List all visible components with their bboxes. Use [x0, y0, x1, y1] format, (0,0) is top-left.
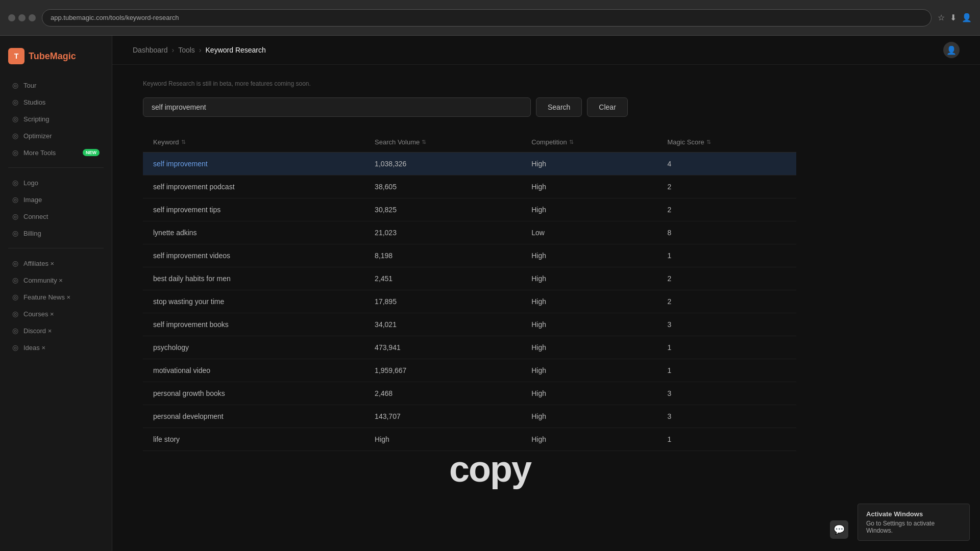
- cell-competition: High: [521, 313, 657, 336]
- courses-icon: ◎: [12, 310, 18, 318]
- table-row[interactable]: motivational video1,959,667High1: [143, 359, 796, 382]
- cell-score: 2: [657, 198, 796, 221]
- table-row[interactable]: self improvement podcast38,605High2: [143, 176, 796, 198]
- url-text: app.tubemagic.com/tools/keyword-research: [51, 14, 179, 21]
- sidebar-item-discord[interactable]: ◎ Discord ×: [4, 322, 108, 339]
- sidebar-label-studios: Studios: [23, 98, 45, 106]
- cell-competition: High: [521, 198, 657, 221]
- clear-button[interactable]: Clear: [587, 97, 627, 117]
- cell-keyword: self improvement: [143, 153, 364, 176]
- table-row[interactable]: personal growth books2,468High3: [143, 382, 796, 405]
- table-row[interactable]: self improvement videos8,198High1: [143, 244, 796, 267]
- browser-close-btn[interactable]: [8, 14, 15, 21]
- ideas-icon: ◎: [12, 343, 18, 352]
- sidebar-section-main: ◎ Tour ◎ Studios ◎ Scripting ◎ Optimizer…: [0, 74, 112, 163]
- table-row[interactable]: stop wasting your time17,895High2: [143, 290, 796, 313]
- sidebar-item-billing[interactable]: ◎ Billing: [4, 225, 108, 241]
- sidebar-divider-1: [8, 167, 104, 168]
- sidebar-item-feature-news[interactable]: ◎ Feature News ×: [4, 289, 108, 305]
- download-icon[interactable]: ⬇: [950, 13, 957, 22]
- search-button[interactable]: Search: [536, 97, 582, 117]
- table-row[interactable]: self improvement tips30,825High2: [143, 198, 796, 221]
- sidebar-item-ideas[interactable]: ◎ Ideas ×: [4, 339, 108, 356]
- logo-nav-icon: ◎: [12, 179, 18, 187]
- windows-notice-title: Activate Windows: [866, 510, 961, 518]
- user-icon[interactable]: 👤: [943, 42, 960, 58]
- sidebar-item-optimizer[interactable]: ◎ Optimizer: [4, 128, 108, 144]
- cell-volume: 1,959,667: [364, 359, 521, 382]
- sidebar-section-secondary: ◎ Logo ◎ Image ◎ Connect ◎ Billing: [0, 172, 112, 244]
- keyword-table: Keyword ⇅ Search Volume ⇅: [143, 132, 796, 451]
- sidebar-item-logo[interactable]: ◎ Logo: [4, 174, 108, 191]
- cell-keyword: motivational video: [143, 359, 364, 382]
- breadcrumb-tools[interactable]: Tools: [178, 46, 195, 54]
- sidebar-label-affiliates: Affiliates ×: [23, 260, 54, 267]
- table-row[interactable]: self improvement1,038,326High4: [143, 153, 796, 176]
- cell-keyword: lynette adkins: [143, 221, 364, 244]
- col-volume: Search Volume ⇅: [364, 132, 521, 153]
- cell-keyword: psychology: [143, 336, 364, 359]
- sidebar-item-community[interactable]: ◎ Community ×: [4, 272, 108, 288]
- browser-min-btn[interactable]: [18, 14, 26, 21]
- cell-keyword: personal growth books: [143, 382, 364, 405]
- sidebar-item-scripting[interactable]: ◎ Scripting: [4, 111, 108, 127]
- optimizer-icon: ◎: [12, 132, 18, 140]
- scripting-icon: ◎: [12, 115, 18, 123]
- cell-score: 2: [657, 290, 796, 313]
- volume-header-label: Search Volume: [375, 138, 420, 146]
- sidebar-item-courses[interactable]: ◎ Courses ×: [4, 306, 108, 322]
- feature-news-icon: ◎: [12, 293, 18, 301]
- col-keyword: Keyword ⇅: [143, 132, 364, 153]
- chat-bubble[interactable]: 💬: [830, 520, 848, 539]
- sidebar-item-studios[interactable]: ◎ Studios: [4, 94, 108, 110]
- breadcrumb-dashboard[interactable]: Dashboard: [133, 46, 168, 54]
- table-row[interactable]: best daily habits for men2,451High2: [143, 267, 796, 290]
- competition-sort-icon[interactable]: ⇅: [569, 139, 574, 145]
- cell-competition: Low: [521, 221, 657, 244]
- cell-volume: 17,895: [364, 290, 521, 313]
- cell-volume: 8,198: [364, 244, 521, 267]
- volume-sort-icon[interactable]: ⇅: [422, 139, 426, 145]
- search-input[interactable]: [143, 97, 531, 117]
- sidebar-item-connect[interactable]: ◎ Connect: [4, 208, 108, 224]
- col-score: Magic Score ⇅: [657, 132, 796, 153]
- table-row[interactable]: psychology473,941High1: [143, 336, 796, 359]
- billing-icon: ◎: [12, 229, 18, 237]
- browser-max-btn[interactable]: [29, 14, 36, 21]
- sidebar-label-discord: Discord ×: [23, 327, 52, 335]
- sidebar-label-feature-news: Feature News ×: [23, 293, 70, 301]
- profile-icon[interactable]: 👤: [962, 13, 972, 22]
- table-row[interactable]: lynette adkins21,023Low8: [143, 221, 796, 244]
- table-row[interactable]: life storyHighHigh1: [143, 428, 796, 451]
- keyword-sort-icon[interactable]: ⇅: [181, 139, 186, 145]
- beta-notice: Keyword Research is still in beta, more …: [143, 80, 796, 87]
- new-badge: NEW: [83, 149, 100, 156]
- cell-keyword: best daily habits for men: [143, 267, 364, 290]
- table-row[interactable]: personal development143,707High3: [143, 405, 796, 428]
- star-icon[interactable]: ☆: [938, 13, 945, 22]
- cell-competition: High: [521, 267, 657, 290]
- sidebar-label-courses: Courses ×: [23, 310, 54, 318]
- table-row[interactable]: self improvement books34,021High3: [143, 313, 796, 336]
- connect-icon: ◎: [12, 212, 18, 220]
- score-header-label: Magic Score: [667, 138, 704, 146]
- studios-icon: ◎: [12, 98, 18, 106]
- score-sort-icon[interactable]: ⇅: [706, 139, 711, 145]
- header-right: 👤: [943, 42, 960, 58]
- sidebar-item-more-tools[interactable]: ◎ More Tools NEW: [4, 144, 108, 161]
- cell-score: 1: [657, 428, 796, 451]
- more-tools-icon: ◎: [12, 148, 18, 157]
- cell-keyword: personal development: [143, 405, 364, 428]
- image-icon: ◎: [12, 195, 18, 204]
- sidebar-label-tour: Tour: [23, 82, 36, 89]
- address-bar[interactable]: app.tubemagic.com/tools/keyword-research: [42, 9, 932, 27]
- cell-keyword: self improvement podcast: [143, 176, 364, 198]
- cell-volume: 2,451: [364, 267, 521, 290]
- keyword-highlight: self improvement: [153, 160, 208, 168]
- cell-score: 1: [657, 336, 796, 359]
- cell-volume: 38,605: [364, 176, 521, 198]
- sidebar-item-image[interactable]: ◎ Image: [4, 191, 108, 208]
- sidebar-item-affiliates[interactable]: ◎ Affiliates ×: [4, 255, 108, 271]
- sidebar-item-tour[interactable]: ◎ Tour: [4, 77, 108, 93]
- cell-competition: High: [521, 359, 657, 382]
